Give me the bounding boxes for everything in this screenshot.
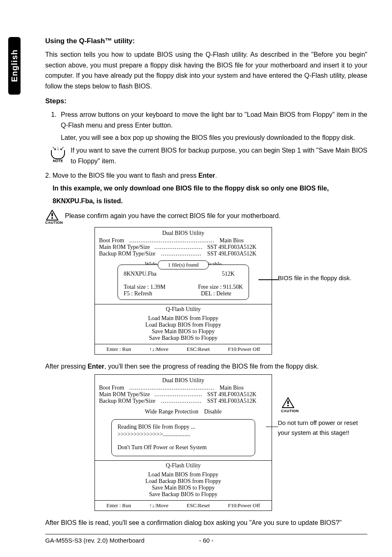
- bios-mainrom-value: SST 49LF003A: [207, 244, 244, 251]
- bios2-bkrom-label: Backup ROM Type/Size: [99, 398, 155, 404]
- bios2-menu-2: Load Backup BIOS from Floppy: [95, 478, 272, 485]
- bios-util-heading-2: Q-Flash Utility: [95, 461, 272, 470]
- bios-mainrom-size: 512K: [244, 244, 267, 251]
- bios-menu-3: Save Main BIOS to Floppy: [95, 328, 272, 335]
- bios-action-f10: F10:Power Off: [228, 346, 260, 353]
- bios-mainrom-label: Main ROM Type/Size: [99, 244, 150, 251]
- after-read-paragraph: After BIOS file is read, you'll see a co…: [45, 518, 367, 528]
- side-note-1: BIOS file in the floppy disk.: [278, 227, 367, 355]
- example-bold-1: In this example, we only download one BI…: [53, 183, 367, 194]
- after-enter-a: After pressing: [45, 363, 88, 370]
- note-icon: ↘↓↙ NOTE: [51, 145, 65, 163]
- bios2-action-move: ↑↓:Move: [149, 502, 168, 509]
- bios-menu-1: Load Main BIOS from Floppy: [95, 315, 272, 322]
- intro-paragraph: This section tells you how to update BIO…: [45, 49, 367, 91]
- caution-label-2: CAUTION: [281, 408, 295, 414]
- caution-text: Please confirm again you have the correc…: [65, 210, 367, 221]
- bios2-action-f10: F10:Power Off: [228, 502, 260, 509]
- bios2-bkrom-size: 512K: [244, 398, 267, 404]
- bios2-action-enter: Enter : Run: [106, 502, 131, 509]
- step-2-period: .: [215, 172, 217, 179]
- after-enter-c: , you'll then see the progress of readin…: [104, 363, 319, 370]
- bios-util-heading: Q-Flash Utility: [95, 304, 272, 313]
- bios-bkrom-size: 512K: [244, 251, 267, 257]
- bios-action-enter: Enter : Run: [106, 346, 131, 353]
- after-enter-b: Enter: [88, 363, 104, 370]
- footer-left: GA-M55S-S3 (rev. 2.0) Motherboard: [45, 537, 196, 544]
- bios2-mainrom-label: Main ROM Type/Size: [99, 391, 150, 398]
- bios-file-name: 8KNXPU.Fba: [124, 271, 157, 277]
- bios2-menu-1: Load Main BIOS from Floppy: [95, 471, 272, 478]
- caution-label: CAUTION: [45, 220, 59, 225]
- bios-bkrom-label: Backup ROM Type/Size: [99, 251, 155, 257]
- svg-point-2: [51, 217, 53, 219]
- bios-bootfrom-label: Boot From: [99, 237, 124, 244]
- bios2-mainrom-value: SST 49LF003A: [207, 391, 244, 398]
- step-1-text-b: Later, you will see a box pop up showing…: [45, 132, 367, 143]
- step-1-text-a: Press arrow buttons on your keyboard to …: [61, 111, 367, 129]
- bios-del: DEL : Delete: [201, 290, 243, 297]
- note-text: If you want to save the current BIOS for…: [71, 145, 367, 166]
- bios-screenshot-2: Dual BIOS Utility Boot From.............…: [95, 374, 272, 511]
- bios2-mainrom-size: 512K: [244, 391, 267, 398]
- bios-reading-text: Reading BIOS file from floppy ...: [118, 424, 249, 430]
- svg-point-5: [287, 405, 289, 406]
- bios-progress: >>>>>>>>>>>>>>...................: [118, 431, 249, 438]
- bios-menu-2: Load Backup BIOS from Floppy: [95, 322, 272, 328]
- bios2-wide-value: Disable: [204, 408, 222, 415]
- files-found: 1 file(s) found: [158, 260, 209, 269]
- bios-action-esc: ESC:Reset: [187, 346, 210, 353]
- step-2-text: 2. Move to the BIOS file you want to fla…: [45, 172, 198, 179]
- bios-f5: F5 : Refresh: [124, 290, 152, 297]
- step-2: 2. Move to the BIOS file you want to fla…: [45, 170, 367, 181]
- bios2-bootfrom-value: Main Bios: [219, 385, 244, 391]
- bios-bootfrom-value: Main Bios: [219, 237, 244, 244]
- language-tab-text: English: [10, 49, 19, 82]
- example-bold-2: 8KNXPU.Fba, is listed.: [53, 195, 367, 207]
- bios-dont-turn-off: Don't Turn Off Power or Reset System: [118, 444, 249, 451]
- bios2-menu-4: Save Backup BIOS to Floppy: [95, 491, 272, 498]
- bios-total-size: Total size : 1.39M: [124, 284, 166, 290]
- steps-heading: Steps:: [45, 97, 367, 105]
- bios-title: Dual BIOS Utility: [99, 230, 267, 237]
- footer-page-number: - 60 -: [196, 537, 217, 544]
- step-2-enter: Enter: [198, 172, 215, 179]
- caution-icon-2: CAUTION: [281, 397, 295, 414]
- bios2-bootfrom-label: Boot From: [99, 385, 124, 391]
- bios-file-size: 512K: [222, 271, 243, 277]
- svg-rect-4: [287, 401, 288, 404]
- bios2-bkrom-value: SST 49LF003A: [207, 398, 244, 404]
- bios-screenshot-1: Dual BIOS Utility Boot From.............…: [95, 227, 272, 355]
- bios2-menu-3: Save Main BIOS to Floppy: [95, 485, 272, 491]
- bios-free-size: Free size : 911.50K: [198, 284, 243, 290]
- step-1: Press arrow buttons on your keyboard to …: [58, 109, 367, 143]
- bios-title-2: Dual BIOS Utility: [99, 377, 267, 384]
- section-heading-qflash: Using the Q-Flash™ utility:: [45, 37, 367, 45]
- bios2-wide-label: Wide Range Protection: [145, 408, 198, 415]
- after-enter-paragraph: After pressing Enter, you'll then see th…: [45, 361, 367, 372]
- side-note-2: Do not turn off power or reset your syst…: [278, 418, 367, 438]
- bios2-action-esc: ESC:Reset: [187, 502, 210, 509]
- note-label: NOTE: [51, 159, 65, 163]
- svg-rect-1: [51, 213, 53, 216]
- language-tab: English: [8, 37, 21, 95]
- bios-bkrom-value: SST 49LF003A: [207, 251, 244, 257]
- bios-action-move: ↑↓:Move: [149, 346, 168, 353]
- caution-icon: CAUTION: [45, 210, 59, 225]
- bios-menu-4: Save Backup BIOS to Floppy: [95, 335, 272, 341]
